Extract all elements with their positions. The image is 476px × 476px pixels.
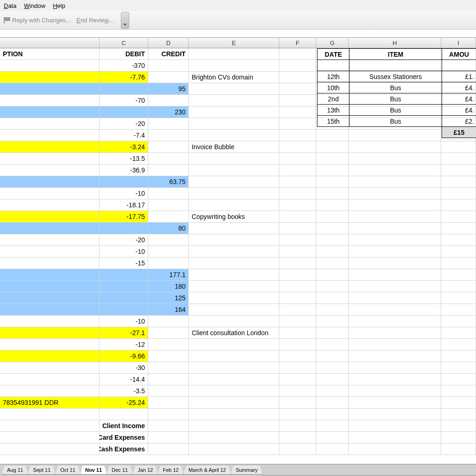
cell-credit[interactable] [148,188,189,199]
cell-debit[interactable] [99,292,148,304]
cell-debit[interactable]: -3.5 [99,385,148,397]
cell-credit[interactable] [148,118,189,130]
cell-note[interactable] [189,292,279,304]
sheet-tab[interactable]: Nov 11 [80,466,107,475]
cell-description[interactable] [0,211,99,223]
side-cell-item[interactable]: Bus [349,104,442,116]
cell-credit[interactable] [148,141,189,153]
cell-credit[interactable] [148,409,189,420]
cell-note[interactable] [189,83,279,95]
cell-debit[interactable]: -10 [99,316,148,327]
cell-note[interactable] [189,223,279,234]
column-header[interactable]: D [148,38,189,48]
cell-description[interactable] [0,118,99,130]
cell-credit[interactable] [148,362,189,374]
side-cell-item[interactable]: Sussex Stationers [349,71,442,82]
cell-description[interactable] [0,316,99,327]
side-total[interactable]: £15 [442,126,476,138]
cell-description[interactable] [0,385,99,397]
cell-note[interactable] [189,409,279,420]
cell-description[interactable] [0,60,99,72]
cell-note[interactable]: Client consultation London [189,327,279,339]
cell-description[interactable] [0,258,99,269]
cell-debit[interactable]: -20 [99,118,148,130]
header-description[interactable]: PTION [0,48,99,60]
sheet-tab[interactable]: Dec 11 [106,466,133,475]
summary-label[interactable]: Client Income [99,420,148,432]
cell-debit[interactable]: -9.66 [99,350,148,362]
cell-debit[interactable] [99,281,148,292]
cell-debit[interactable]: -15 [99,258,148,269]
cell-credit[interactable] [148,153,189,165]
cell-note[interactable] [189,118,279,130]
cell-note[interactable] [189,397,279,409]
cell-description[interactable] [0,409,99,420]
cell-description[interactable] [0,246,99,258]
cell-debit[interactable]: -10 [99,188,148,199]
side-cell-amount[interactable]: £1. [442,71,476,82]
cell-description[interactable] [0,223,99,234]
sheet-tab[interactable]: Sept 11 [28,466,56,475]
side-header-item[interactable]: ITEM [349,48,442,60]
cell-credit[interactable] [148,246,189,258]
header-credit[interactable]: CREDIT [148,48,189,60]
cell-note[interactable] [189,304,279,316]
cell-description[interactable] [0,269,99,281]
cell-description[interactable] [0,362,99,374]
cell-debit[interactable]: -17.75 [99,211,148,223]
cell-credit[interactable] [148,385,189,397]
cell-note[interactable] [189,153,279,165]
cell-debit[interactable] [99,409,148,420]
cell-debit[interactable] [99,106,148,118]
sheet-tab[interactable]: March & April 12 [183,466,231,475]
cell-debit[interactable]: -12 [99,339,148,350]
cell-note[interactable] [189,339,279,350]
cell-note[interactable] [189,60,279,72]
cell-note[interactable] [189,188,279,199]
cell-credit[interactable]: 230 [148,106,189,118]
toolbar-overflow-icon[interactable] [121,12,129,29]
column-header[interactable]: F [279,38,317,48]
cell-credit[interactable] [148,95,189,106]
cell-debit[interactable]: -10 [99,246,148,258]
cell-note[interactable] [189,316,279,327]
side-cell-date[interactable]: 13th [317,104,350,116]
cell-debit[interactable] [99,176,148,188]
menu-data[interactable]: Data [4,2,16,9]
cell-credit[interactable]: 80 [148,223,189,234]
summary-label[interactable]: Cash Expenses [99,443,148,455]
cell-note[interactable] [189,95,279,106]
cell-credit[interactable] [148,130,189,141]
cell-note[interactable] [189,258,279,269]
column-header[interactable]: E [189,38,279,48]
cell-credit[interactable] [148,72,189,83]
cell-description[interactable] [0,95,99,106]
menu-window[interactable]: Window [24,2,45,9]
column-header[interactable] [0,38,99,48]
cell-credit[interactable] [148,258,189,269]
cell-note[interactable] [189,362,279,374]
side-cell-date[interactable]: 10th [317,82,350,93]
cell-debit[interactable] [99,269,148,281]
cell-note[interactable] [189,269,279,281]
cell-note[interactable] [189,199,279,211]
cell-debit[interactable]: -18.17 [99,199,148,211]
cell-debit[interactable]: -70 [99,95,148,106]
cell-description[interactable] [0,374,99,385]
cell-credit[interactable] [148,234,189,246]
cell-description[interactable] [0,165,99,176]
cell-note[interactable] [189,246,279,258]
cell-debit[interactable]: -36.9 [99,165,148,176]
sheet-tab[interactable]: Jan 12 [132,466,158,475]
cell-note[interactable] [189,350,279,362]
side-cell-amount[interactable] [442,60,476,71]
side-cell-item[interactable] [349,60,442,71]
side-cell-item[interactable]: Bus [349,93,442,105]
column-header[interactable]: H [349,38,441,48]
reply-changes-button[interactable]: Reply with Changes... [4,17,71,24]
side-cell-amount[interactable]: £2. [442,115,476,127]
cell-note[interactable] [189,385,279,397]
cell-debit[interactable]: -3.24 [99,141,148,153]
cell-description[interactable] [0,350,99,362]
cell-debit[interactable]: -370 [99,60,148,72]
